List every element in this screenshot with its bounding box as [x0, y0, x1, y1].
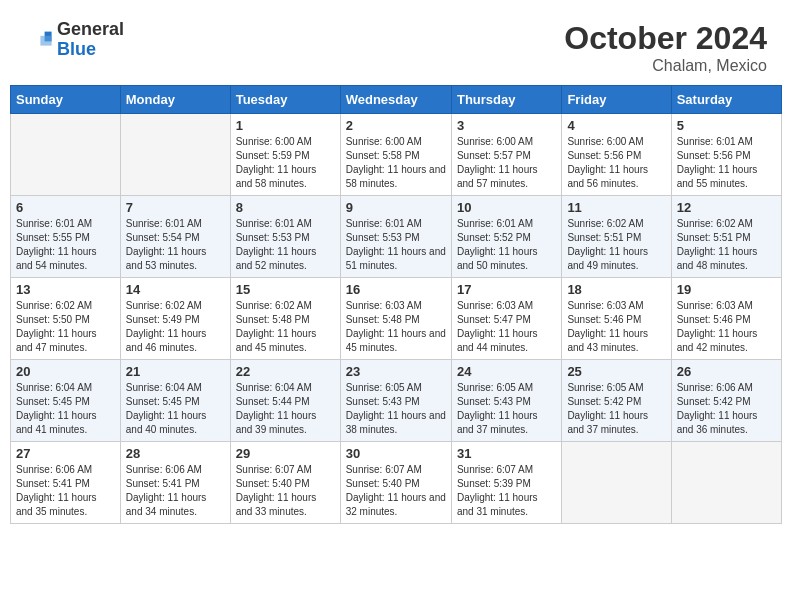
calendar-day-cell: 23Sunrise: 6:05 AMSunset: 5:43 PMDayligh…: [340, 360, 451, 442]
day-info: Sunrise: 6:02 AMSunset: 5:49 PMDaylight:…: [126, 299, 225, 355]
calendar-day-cell: 18Sunrise: 6:03 AMSunset: 5:46 PMDayligh…: [562, 278, 671, 360]
day-info: Sunrise: 6:00 AMSunset: 5:57 PMDaylight:…: [457, 135, 556, 191]
day-number: 19: [677, 282, 776, 297]
calendar-day-cell: 10Sunrise: 6:01 AMSunset: 5:52 PMDayligh…: [451, 196, 561, 278]
day-info: Sunrise: 6:02 AMSunset: 5:48 PMDaylight:…: [236, 299, 335, 355]
calendar-day-cell: 8Sunrise: 6:01 AMSunset: 5:53 PMDaylight…: [230, 196, 340, 278]
calendar-day-cell: 17Sunrise: 6:03 AMSunset: 5:47 PMDayligh…: [451, 278, 561, 360]
day-number: 6: [16, 200, 115, 215]
day-number: 5: [677, 118, 776, 133]
calendar-day-cell: 1Sunrise: 6:00 AMSunset: 5:59 PMDaylight…: [230, 114, 340, 196]
logo: General Blue: [25, 20, 124, 60]
day-number: 15: [236, 282, 335, 297]
calendar-week-row: 6Sunrise: 6:01 AMSunset: 5:55 PMDaylight…: [11, 196, 782, 278]
day-number: 18: [567, 282, 665, 297]
logo-text: General Blue: [57, 20, 124, 60]
day-info: Sunrise: 6:01 AMSunset: 5:53 PMDaylight:…: [346, 217, 446, 273]
day-info: Sunrise: 6:03 AMSunset: 5:48 PMDaylight:…: [346, 299, 446, 355]
calendar-day-cell: 5Sunrise: 6:01 AMSunset: 5:56 PMDaylight…: [671, 114, 781, 196]
calendar-day-cell: 15Sunrise: 6:02 AMSunset: 5:48 PMDayligh…: [230, 278, 340, 360]
calendar-day-cell: 21Sunrise: 6:04 AMSunset: 5:45 PMDayligh…: [120, 360, 230, 442]
day-number: 17: [457, 282, 556, 297]
day-number: 11: [567, 200, 665, 215]
day-number: 25: [567, 364, 665, 379]
day-number: 14: [126, 282, 225, 297]
day-number: 7: [126, 200, 225, 215]
day-info: Sunrise: 6:05 AMSunset: 5:42 PMDaylight:…: [567, 381, 665, 437]
day-info: Sunrise: 6:03 AMSunset: 5:46 PMDaylight:…: [567, 299, 665, 355]
day-number: 31: [457, 446, 556, 461]
day-info: Sunrise: 6:04 AMSunset: 5:45 PMDaylight:…: [126, 381, 225, 437]
calendar-day-cell: [562, 442, 671, 524]
day-number: 12: [677, 200, 776, 215]
calendar-day-cell: 4Sunrise: 6:00 AMSunset: 5:56 PMDaylight…: [562, 114, 671, 196]
day-info: Sunrise: 6:02 AMSunset: 5:50 PMDaylight:…: [16, 299, 115, 355]
day-number: 3: [457, 118, 556, 133]
day-number: 30: [346, 446, 446, 461]
calendar-day-cell: 31Sunrise: 6:07 AMSunset: 5:39 PMDayligh…: [451, 442, 561, 524]
calendar: SundayMondayTuesdayWednesdayThursdayFrid…: [10, 85, 782, 524]
calendar-week-row: 13Sunrise: 6:02 AMSunset: 5:50 PMDayligh…: [11, 278, 782, 360]
calendar-day-cell: 9Sunrise: 6:01 AMSunset: 5:53 PMDaylight…: [340, 196, 451, 278]
day-info: Sunrise: 6:02 AMSunset: 5:51 PMDaylight:…: [677, 217, 776, 273]
calendar-day-cell: 11Sunrise: 6:02 AMSunset: 5:51 PMDayligh…: [562, 196, 671, 278]
weekday-header-row: SundayMondayTuesdayWednesdayThursdayFrid…: [11, 86, 782, 114]
day-info: Sunrise: 6:00 AMSunset: 5:59 PMDaylight:…: [236, 135, 335, 191]
calendar-day-cell: 25Sunrise: 6:05 AMSunset: 5:42 PMDayligh…: [562, 360, 671, 442]
day-info: Sunrise: 6:07 AMSunset: 5:39 PMDaylight:…: [457, 463, 556, 519]
calendar-day-cell: 19Sunrise: 6:03 AMSunset: 5:46 PMDayligh…: [671, 278, 781, 360]
day-info: Sunrise: 6:04 AMSunset: 5:44 PMDaylight:…: [236, 381, 335, 437]
day-number: 23: [346, 364, 446, 379]
calendar-day-cell: 2Sunrise: 6:00 AMSunset: 5:58 PMDaylight…: [340, 114, 451, 196]
day-number: 29: [236, 446, 335, 461]
day-number: 26: [677, 364, 776, 379]
calendar-day-cell: 30Sunrise: 6:07 AMSunset: 5:40 PMDayligh…: [340, 442, 451, 524]
weekday-header: Monday: [120, 86, 230, 114]
day-info: Sunrise: 6:03 AMSunset: 5:46 PMDaylight:…: [677, 299, 776, 355]
svg-marker-1: [40, 36, 51, 46]
weekday-header: Wednesday: [340, 86, 451, 114]
day-info: Sunrise: 6:06 AMSunset: 5:41 PMDaylight:…: [126, 463, 225, 519]
day-number: 16: [346, 282, 446, 297]
day-number: 2: [346, 118, 446, 133]
logo-blue: Blue: [57, 40, 124, 60]
day-number: 28: [126, 446, 225, 461]
day-info: Sunrise: 6:07 AMSunset: 5:40 PMDaylight:…: [346, 463, 446, 519]
calendar-day-cell: 28Sunrise: 6:06 AMSunset: 5:41 PMDayligh…: [120, 442, 230, 524]
calendar-day-cell: 20Sunrise: 6:04 AMSunset: 5:45 PMDayligh…: [11, 360, 121, 442]
day-info: Sunrise: 6:04 AMSunset: 5:45 PMDaylight:…: [16, 381, 115, 437]
day-number: 10: [457, 200, 556, 215]
day-info: Sunrise: 6:02 AMSunset: 5:51 PMDaylight:…: [567, 217, 665, 273]
day-number: 8: [236, 200, 335, 215]
day-info: Sunrise: 6:01 AMSunset: 5:53 PMDaylight:…: [236, 217, 335, 273]
day-number: 27: [16, 446, 115, 461]
calendar-week-row: 27Sunrise: 6:06 AMSunset: 5:41 PMDayligh…: [11, 442, 782, 524]
weekday-header: Friday: [562, 86, 671, 114]
day-info: Sunrise: 6:01 AMSunset: 5:54 PMDaylight:…: [126, 217, 225, 273]
day-info: Sunrise: 6:00 AMSunset: 5:58 PMDaylight:…: [346, 135, 446, 191]
location: Chalam, Mexico: [564, 57, 767, 75]
calendar-day-cell: 14Sunrise: 6:02 AMSunset: 5:49 PMDayligh…: [120, 278, 230, 360]
logo-icon: [25, 26, 53, 54]
day-number: 4: [567, 118, 665, 133]
day-number: 24: [457, 364, 556, 379]
day-info: Sunrise: 6:03 AMSunset: 5:47 PMDaylight:…: [457, 299, 556, 355]
day-info: Sunrise: 6:05 AMSunset: 5:43 PMDaylight:…: [457, 381, 556, 437]
day-number: 1: [236, 118, 335, 133]
day-number: 22: [236, 364, 335, 379]
day-info: Sunrise: 6:01 AMSunset: 5:56 PMDaylight:…: [677, 135, 776, 191]
day-number: 13: [16, 282, 115, 297]
day-number: 9: [346, 200, 446, 215]
calendar-day-cell: 13Sunrise: 6:02 AMSunset: 5:50 PMDayligh…: [11, 278, 121, 360]
calendar-day-cell: 24Sunrise: 6:05 AMSunset: 5:43 PMDayligh…: [451, 360, 561, 442]
calendar-day-cell: 26Sunrise: 6:06 AMSunset: 5:42 PMDayligh…: [671, 360, 781, 442]
day-info: Sunrise: 6:01 AMSunset: 5:52 PMDaylight:…: [457, 217, 556, 273]
calendar-day-cell: 12Sunrise: 6:02 AMSunset: 5:51 PMDayligh…: [671, 196, 781, 278]
day-info: Sunrise: 6:05 AMSunset: 5:43 PMDaylight:…: [346, 381, 446, 437]
day-info: Sunrise: 6:06 AMSunset: 5:42 PMDaylight:…: [677, 381, 776, 437]
calendar-week-row: 20Sunrise: 6:04 AMSunset: 5:45 PMDayligh…: [11, 360, 782, 442]
calendar-day-cell: 16Sunrise: 6:03 AMSunset: 5:48 PMDayligh…: [340, 278, 451, 360]
calendar-day-cell: 27Sunrise: 6:06 AMSunset: 5:41 PMDayligh…: [11, 442, 121, 524]
calendar-day-cell: 29Sunrise: 6:07 AMSunset: 5:40 PMDayligh…: [230, 442, 340, 524]
calendar-day-cell: 7Sunrise: 6:01 AMSunset: 5:54 PMDaylight…: [120, 196, 230, 278]
